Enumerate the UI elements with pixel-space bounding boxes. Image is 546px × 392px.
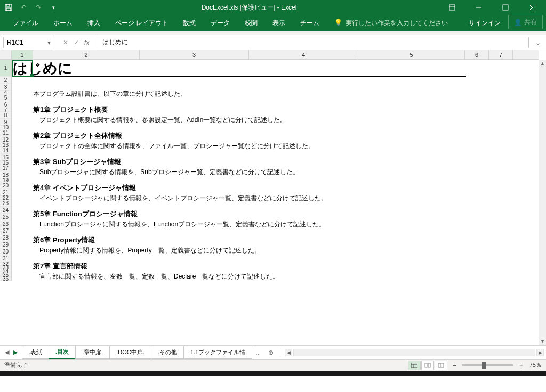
zoom-slider[interactable] <box>462 364 513 366</box>
close-button[interactable] <box>520 0 544 15</box>
cells-area[interactable]: はじめに 本プログラム設計書は、以下の章に分けて記述した。 第1章 プロジェクト… <box>12 60 539 345</box>
status-ready: 準備完了 <box>4 361 28 369</box>
tab-file[interactable]: ファイル <box>5 15 46 31</box>
normal-view-button[interactable] <box>408 361 421 370</box>
row-header[interactable]: 16 <box>0 161 11 165</box>
select-all-corner[interactable] <box>0 50 12 60</box>
tab-team[interactable]: チーム <box>293 15 327 31</box>
row-header[interactable]: 4 <box>0 91 11 94</box>
column-header[interactable]: 1 <box>12 50 33 59</box>
tab-data[interactable]: データ <box>203 15 237 31</box>
row-header[interactable]: 8 <box>0 112 11 119</box>
sheet-tab[interactable]: .章中扉. <box>75 346 110 359</box>
row-header[interactable]: 19 <box>0 178 11 182</box>
tab-home[interactable]: ホーム <box>46 15 80 31</box>
zoom-out-button[interactable]: − <box>453 362 456 369</box>
row-header[interactable]: 1 <box>0 60 11 77</box>
row-header[interactable]: 20 <box>0 182 11 189</box>
row-header[interactable]: 24 <box>0 207 11 214</box>
scroll-right-icon[interactable]: ▶ <box>536 349 544 356</box>
ribbon-options-icon[interactable] <box>440 0 464 15</box>
horizontal-scrollbar[interactable]: ◀ ▶ <box>283 349 546 356</box>
name-box[interactable]: R1C1 ▾ <box>3 37 54 48</box>
tab-formulas[interactable]: 数式 <box>175 15 203 31</box>
minimize-button[interactable] <box>467 0 491 15</box>
formula-input[interactable]: はじめに <box>98 37 529 48</box>
row-header[interactable]: 17 <box>0 165 11 172</box>
chapter: 第5章 Functionプロシージャ情報Functionプロシージャに関する情報… <box>33 209 327 229</box>
column-header[interactable]: 5 <box>358 50 465 59</box>
tell-me[interactable]: 💡実行したい作業を入力してください <box>327 15 455 31</box>
tab-review[interactable]: 校閲 <box>237 15 265 31</box>
row-header[interactable]: 5 <box>0 94 11 101</box>
scroll-down-icon[interactable]: ▼ <box>539 338 546 345</box>
row-header[interactable]: 26 <box>0 220 11 227</box>
row-header[interactable]: 11 <box>0 129 11 136</box>
qat-customize-icon[interactable]: ▾ <box>49 3 58 12</box>
page-layout-view-button[interactable] <box>421 361 434 370</box>
new-sheet-button[interactable]: ⊕ <box>264 347 278 358</box>
sheet-nav[interactable]: ◀ ▶ <box>0 349 22 356</box>
column-header[interactable]: 3 <box>140 50 249 59</box>
vertical-scrollbar[interactable]: ▲ ▼ <box>539 60 546 345</box>
save-icon[interactable] <box>4 3 13 12</box>
row-header[interactable]: 14 <box>0 147 11 154</box>
row-header[interactable]: 28 <box>0 234 11 241</box>
sheet-tab[interactable]: 1.1ブックファイル情 <box>183 346 252 359</box>
maximize-button[interactable] <box>494 0 517 15</box>
share-button[interactable]: 👤共有 <box>508 15 543 29</box>
row-header[interactable]: 30 <box>0 248 11 255</box>
row-header[interactable]: 22 <box>0 196 11 200</box>
chapter: 第6章 Property情報Property情報に関する情報を、Property… <box>33 235 327 255</box>
zoom-level[interactable]: 75％ <box>529 361 542 369</box>
sheet-tab[interactable]: .表紙 <box>22 346 49 359</box>
redo-icon[interactable]: ↷ <box>34 3 43 12</box>
row-header[interactable]: 29 <box>0 241 11 248</box>
hscroll-track[interactable] <box>293 349 535 356</box>
row-header[interactable]: 23 <box>0 200 11 207</box>
pagebreak-view-button[interactable] <box>435 361 447 370</box>
row-headers[interactable]: 1234567891011121314151617181920212223242… <box>0 60 12 281</box>
sheet-tab[interactable]: .目次 <box>49 346 76 359</box>
row-header[interactable]: 25 <box>0 214 11 220</box>
enter-icon[interactable]: ✓ <box>74 39 79 46</box>
sheet-tab[interactable]: .その他 <box>151 346 184 359</box>
tab-pagelayout[interactable]: ページ レイアウト <box>108 15 175 31</box>
sheet-prev-icon[interactable]: ◀ <box>3 349 11 356</box>
chapter-desc: Functionプロシージャに関する情報を、Functionプロシージャー覧、定… <box>33 220 327 229</box>
chapter: 第1章 プロジェクト概要プロジェクト概要に関する情報を、参照設定一覧、AddIn… <box>33 105 327 125</box>
chevron-down-icon[interactable]: ▾ <box>47 39 51 46</box>
row-header[interactable]: 27 <box>0 227 11 234</box>
tab-view[interactable]: 表示 <box>265 15 293 31</box>
expand-formula-icon[interactable]: ⌄ <box>533 39 543 46</box>
row-header[interactable]: 13 <box>0 143 11 147</box>
fx-icon[interactable]: fx <box>84 39 89 46</box>
window-title: DocExcel.xls [保護ビュー] - Excel <box>58 3 440 12</box>
row-header[interactable]: 10 <box>0 126 11 129</box>
zoom-thumb[interactable] <box>482 362 486 369</box>
row-header[interactable]: 2 <box>0 77 11 84</box>
worksheet-grid[interactable]: 1234567 12345678910111213141516171819202… <box>0 50 546 345</box>
scroll-up-icon[interactable]: ▲ <box>539 60 546 67</box>
signin-button[interactable]: サインイン <box>461 15 508 31</box>
undo-icon[interactable]: ↶ <box>19 3 28 12</box>
svg-rect-3 <box>449 5 455 10</box>
column-header[interactable]: 4 <box>249 50 358 59</box>
column-header[interactable]: 6 <box>465 50 489 59</box>
chapter-desc: Subプロシージャに関する情報を、Subプロシージャー覧、定義書などに分けて記述… <box>33 168 327 177</box>
column-header[interactable]: 2 <box>33 50 140 59</box>
tab-insert[interactable]: 挿入 <box>80 15 108 31</box>
ribbon-body <box>0 31 546 35</box>
row-header[interactable]: 36 <box>0 277 11 281</box>
column-headers[interactable]: 1234567 <box>12 50 539 60</box>
chapter-title: 第2章 プロジェクト全体情報 <box>33 131 327 141</box>
row-header[interactable]: 7 <box>0 108 11 112</box>
cancel-icon[interactable]: ✕ <box>63 39 68 46</box>
svg-rect-13 <box>428 363 430 368</box>
column-header[interactable]: 7 <box>489 50 513 59</box>
sheet-tab[interactable]: .DOC中扉. <box>109 346 151 359</box>
sheet-more[interactable]: ... <box>252 347 264 358</box>
scroll-left-icon[interactable]: ◀ <box>285 349 292 356</box>
zoom-in-button[interactable]: ＋ <box>518 361 524 369</box>
sheet-next-icon[interactable]: ▶ <box>12 349 19 356</box>
